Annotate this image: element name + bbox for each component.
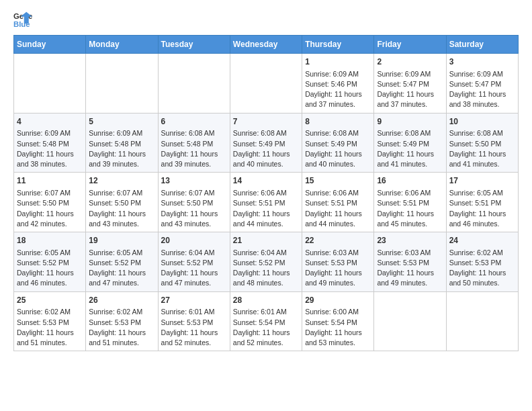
calendar-cell: 15Sunrise: 6:06 AMSunset: 5:51 PMDayligh… [302, 173, 374, 232]
calendar-body: 1Sunrise: 6:09 AMSunset: 5:46 PMDaylight… [14, 54, 519, 351]
calendar-header: SundayMondayTuesdayWednesdayThursdayFrid… [14, 36, 519, 54]
day-number: 3 [449, 56, 515, 68]
day-number: 6 [161, 116, 227, 128]
calendar-cell: 12Sunrise: 6:07 AMSunset: 5:50 PMDayligh… [86, 173, 158, 232]
calendar-cell [446, 291, 518, 351]
calendar-cell: 26Sunrise: 6:02 AMSunset: 5:53 PMDayligh… [86, 291, 158, 351]
day-info: Sunrise: 6:07 AMSunset: 5:50 PMDaylight:… [89, 188, 154, 229]
calendar-cell: 17Sunrise: 6:05 AMSunset: 5:51 PMDayligh… [446, 173, 518, 232]
calendar-cell: 11Sunrise: 6:07 AMSunset: 5:50 PMDayligh… [14, 173, 86, 232]
day-number: 14 [233, 175, 299, 187]
calendar-cell: 16Sunrise: 6:06 AMSunset: 5:51 PMDayligh… [374, 173, 446, 232]
week-row-5: 25Sunrise: 6:02 AMSunset: 5:53 PMDayligh… [14, 291, 519, 351]
weekday-header-sunday: Sunday [14, 36, 86, 54]
day-number: 20 [161, 235, 227, 246]
day-number: 24 [449, 235, 515, 246]
calendar-cell: 8Sunrise: 6:08 AMSunset: 5:49 PMDaylight… [302, 113, 374, 173]
day-info: Sunrise: 6:09 AMSunset: 5:47 PMDaylight:… [449, 69, 515, 110]
calendar-cell [230, 54, 302, 113]
calendar-cell: 25Sunrise: 6:02 AMSunset: 5:53 PMDayligh… [14, 291, 86, 351]
weekday-header-friday: Friday [374, 36, 446, 54]
logo: General Blue [13, 11, 35, 30]
day-info: Sunrise: 6:08 AMSunset: 5:49 PMDaylight:… [305, 128, 371, 169]
calendar-cell: 18Sunrise: 6:05 AMSunset: 5:52 PMDayligh… [14, 232, 86, 292]
calendar-cell: 5Sunrise: 6:09 AMSunset: 5:48 PMDaylight… [86, 113, 158, 173]
header: General Blue [13, 11, 519, 30]
calendar-cell [14, 54, 86, 113]
calendar-cell: 1Sunrise: 6:09 AMSunset: 5:46 PMDaylight… [302, 54, 374, 113]
calendar-table: SundayMondayTuesdayWednesdayThursdayFrid… [13, 35, 519, 351]
calendar-cell: 24Sunrise: 6:02 AMSunset: 5:53 PMDayligh… [446, 232, 518, 292]
day-info: Sunrise: 6:06 AMSunset: 5:51 PMDaylight:… [233, 188, 299, 229]
day-number: 22 [305, 235, 371, 246]
calendar-cell [158, 54, 230, 113]
calendar-cell [86, 54, 158, 113]
day-info: Sunrise: 6:02 AMSunset: 5:53 PMDaylight:… [449, 248, 515, 289]
day-info: Sunrise: 6:01 AMSunset: 5:54 PMDaylight:… [233, 307, 299, 348]
day-number: 5 [89, 116, 154, 128]
weekday-header-wednesday: Wednesday [230, 36, 302, 54]
day-info: Sunrise: 6:08 AMSunset: 5:48 PMDaylight:… [161, 128, 227, 169]
day-info: Sunrise: 6:05 AMSunset: 5:52 PMDaylight:… [89, 248, 154, 289]
day-info: Sunrise: 6:00 AMSunset: 5:54 PMDaylight:… [305, 307, 371, 348]
day-info: Sunrise: 6:03 AMSunset: 5:53 PMDaylight:… [305, 248, 371, 289]
calendar-cell: 10Sunrise: 6:08 AMSunset: 5:50 PMDayligh… [446, 113, 518, 173]
calendar-cell [374, 291, 446, 351]
calendar-cell: 19Sunrise: 6:05 AMSunset: 5:52 PMDayligh… [86, 232, 158, 292]
calendar-cell: 27Sunrise: 6:01 AMSunset: 5:53 PMDayligh… [158, 291, 230, 351]
day-info: Sunrise: 6:06 AMSunset: 5:51 PMDaylight:… [305, 188, 371, 229]
weekday-header-saturday: Saturday [446, 36, 518, 54]
day-number: 11 [17, 175, 83, 187]
day-number: 8 [305, 116, 371, 128]
logo-icon: General Blue [13, 11, 32, 30]
day-info: Sunrise: 6:07 AMSunset: 5:50 PMDaylight:… [17, 188, 83, 229]
week-row-4: 18Sunrise: 6:05 AMSunset: 5:52 PMDayligh… [14, 232, 519, 292]
day-info: Sunrise: 6:08 AMSunset: 5:50 PMDaylight:… [449, 128, 515, 169]
day-info: Sunrise: 6:09 AMSunset: 5:48 PMDaylight:… [89, 128, 154, 169]
day-number: 18 [17, 235, 83, 246]
calendar-cell: 3Sunrise: 6:09 AMSunset: 5:47 PMDaylight… [446, 54, 518, 113]
day-number: 2 [377, 56, 443, 68]
calendar-cell: 4Sunrise: 6:09 AMSunset: 5:48 PMDaylight… [14, 113, 86, 173]
day-info: Sunrise: 6:05 AMSunset: 5:52 PMDaylight:… [17, 248, 83, 289]
calendar-cell: 28Sunrise: 6:01 AMSunset: 5:54 PMDayligh… [230, 291, 302, 351]
calendar-cell: 23Sunrise: 6:03 AMSunset: 5:53 PMDayligh… [374, 232, 446, 292]
week-row-2: 4Sunrise: 6:09 AMSunset: 5:48 PMDaylight… [14, 113, 519, 173]
day-info: Sunrise: 6:09 AMSunset: 5:47 PMDaylight:… [377, 69, 443, 110]
day-number: 4 [17, 116, 83, 128]
day-number: 21 [233, 235, 299, 246]
day-number: 1 [305, 56, 371, 68]
day-info: Sunrise: 6:09 AMSunset: 5:48 PMDaylight:… [17, 128, 83, 169]
day-number: 10 [449, 116, 515, 128]
weekday-header-row: SundayMondayTuesdayWednesdayThursdayFrid… [14, 36, 519, 54]
day-info: Sunrise: 6:04 AMSunset: 5:52 PMDaylight:… [233, 248, 299, 289]
day-info: Sunrise: 6:02 AMSunset: 5:53 PMDaylight:… [89, 307, 154, 348]
weekday-header-thursday: Thursday [302, 36, 374, 54]
day-number: 27 [161, 295, 227, 306]
day-info: Sunrise: 6:06 AMSunset: 5:51 PMDaylight:… [377, 188, 443, 229]
day-number: 19 [89, 235, 154, 246]
week-row-3: 11Sunrise: 6:07 AMSunset: 5:50 PMDayligh… [14, 173, 519, 232]
calendar-cell: 9Sunrise: 6:08 AMSunset: 5:49 PMDaylight… [374, 113, 446, 173]
day-number: 28 [233, 295, 299, 306]
weekday-header-monday: Monday [86, 36, 158, 54]
calendar-cell: 7Sunrise: 6:08 AMSunset: 5:49 PMDaylight… [230, 113, 302, 173]
day-info: Sunrise: 6:03 AMSunset: 5:53 PMDaylight:… [377, 248, 443, 289]
day-number: 15 [305, 175, 371, 187]
calendar-cell: 2Sunrise: 6:09 AMSunset: 5:47 PMDaylight… [374, 54, 446, 113]
day-number: 17 [449, 175, 515, 187]
day-number: 7 [233, 116, 299, 128]
day-number: 26 [89, 295, 154, 306]
calendar-cell: 13Sunrise: 6:07 AMSunset: 5:50 PMDayligh… [158, 173, 230, 232]
day-info: Sunrise: 6:02 AMSunset: 5:53 PMDaylight:… [17, 307, 83, 348]
week-row-1: 1Sunrise: 6:09 AMSunset: 5:46 PMDaylight… [14, 54, 519, 113]
day-number: 25 [17, 295, 83, 306]
day-number: 23 [377, 235, 443, 246]
weekday-header-tuesday: Tuesday [158, 36, 230, 54]
day-info: Sunrise: 6:08 AMSunset: 5:49 PMDaylight:… [377, 128, 443, 169]
calendar-cell: 29Sunrise: 6:00 AMSunset: 5:54 PMDayligh… [302, 291, 374, 351]
day-info: Sunrise: 6:09 AMSunset: 5:46 PMDaylight:… [305, 69, 371, 110]
day-info: Sunrise: 6:07 AMSunset: 5:50 PMDaylight:… [161, 188, 227, 229]
day-info: Sunrise: 6:08 AMSunset: 5:49 PMDaylight:… [233, 128, 299, 169]
calendar-cell: 22Sunrise: 6:03 AMSunset: 5:53 PMDayligh… [302, 232, 374, 292]
